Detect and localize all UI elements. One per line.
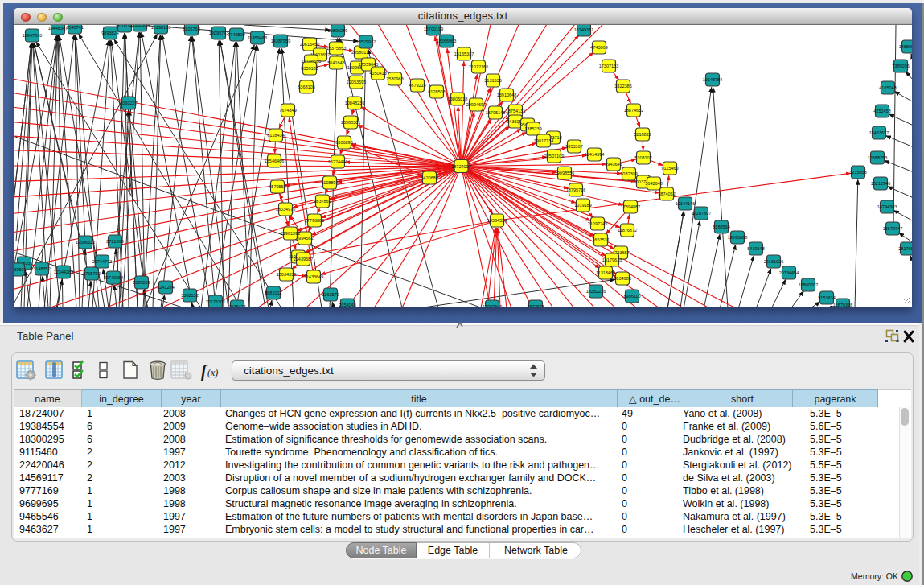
svg-text:22053595: 22053595 (347, 80, 366, 84)
svg-text:3377578: 3377578 (527, 304, 544, 307)
svg-text:15588301: 15588301 (341, 120, 360, 125)
svg-text:4743069: 4743069 (590, 45, 607, 50)
svg-text:20994697: 20994697 (466, 102, 486, 107)
svg-text:7674349: 7674349 (279, 108, 296, 113)
svg-text:16670747: 16670747 (883, 226, 902, 231)
svg-text:21012166: 21012166 (469, 64, 488, 69)
svg-text:12414394: 12414394 (585, 152, 604, 157)
svg-text:6540741: 6540741 (66, 25, 83, 30)
svg-text:3382132: 3382132 (181, 293, 198, 298)
svg-text:14658665: 14658665 (899, 44, 912, 49)
svg-text:18795716: 18795716 (566, 187, 585, 192)
svg-text:8106768: 8106768 (183, 27, 199, 31)
svg-text:19384554: 19384554 (487, 218, 507, 223)
svg-text:19017734: 19017734 (534, 138, 553, 143)
svg-text:8539591: 8539591 (14, 267, 27, 272)
svg-text:1108894: 1108894 (321, 180, 338, 185)
svg-text:18034339: 18034339 (277, 272, 296, 277)
svg-text:8986110: 8986110 (623, 294, 640, 299)
svg-text:3261579: 3261579 (322, 292, 339, 297)
svg-text:6368105: 6368105 (298, 84, 314, 89)
svg-text:11876872: 11876872 (618, 228, 637, 233)
svg-text:20580115: 20580115 (351, 50, 371, 55)
svg-text:18874652: 18874652 (624, 108, 643, 113)
svg-text:8389269: 8389269 (133, 280, 150, 285)
svg-text:2975475: 2975475 (228, 304, 245, 307)
svg-text:19586522: 19586522 (76, 240, 95, 245)
svg-text:19095773: 19095773 (209, 31, 228, 35)
svg-text:11459463: 11459463 (248, 35, 267, 40)
svg-text:1705792: 1705792 (83, 271, 100, 276)
svg-text:21097245: 21097245 (588, 221, 607, 226)
svg-text:18366963: 18366963 (437, 39, 456, 43)
svg-text:20744773: 20744773 (92, 259, 112, 264)
svg-text:20615450: 20615450 (300, 42, 319, 47)
svg-text:10344146: 10344146 (676, 201, 695, 206)
svg-text:10848230: 10848230 (345, 101, 364, 105)
svg-text:9082309: 9082309 (620, 171, 637, 176)
svg-text:13805018: 13805018 (448, 97, 467, 101)
svg-text:18034970: 18034970 (276, 207, 295, 212)
svg-text:(x): (x) (207, 367, 218, 378)
svg-text:13529912: 13529912 (356, 39, 376, 44)
svg-text:7749509: 7749509 (228, 32, 244, 37)
svg-text:22439587: 22439587 (294, 257, 313, 262)
svg-text:6128503: 6128503 (428, 89, 445, 94)
svg-text:21433649: 21433649 (304, 274, 323, 279)
svg-text:1653531: 1653531 (592, 237, 609, 242)
svg-text:16947830: 16947830 (23, 33, 42, 38)
svg-text:22806289: 22806289 (328, 28, 347, 33)
svg-text:4165048: 4165048 (879, 85, 896, 90)
svg-text:7389096: 7389096 (892, 64, 909, 68)
svg-text:16149361: 16149361 (574, 27, 593, 32)
svg-text:6306893: 6306893 (335, 140, 352, 145)
svg-text:4252458: 4252458 (873, 109, 890, 113)
svg-text:6420686: 6420686 (421, 175, 437, 180)
svg-text:10648784: 10648784 (703, 77, 722, 82)
svg-text:16705148: 16705148 (486, 110, 505, 115)
svg-text:17307133: 17307133 (599, 64, 618, 68)
svg-text:21981592: 21981592 (281, 231, 300, 236)
svg-text:14794303: 14794303 (877, 204, 897, 209)
svg-text:17796882: 17796882 (305, 218, 324, 223)
svg-text:13546466: 13546466 (265, 159, 284, 163)
svg-text:17559643: 17559643 (359, 62, 378, 67)
svg-text:6994562: 6994562 (296, 236, 313, 241)
svg-text:15165337: 15165337 (454, 51, 474, 56)
svg-text:5060227: 5060227 (120, 101, 137, 105)
svg-text:15700199: 15700199 (424, 27, 443, 31)
svg-text:5439648: 5439648 (747, 246, 764, 251)
svg-text:9837869: 9837869 (314, 199, 331, 204)
svg-text:8188594: 8188594 (713, 225, 729, 229)
svg-text:9953167: 9953167 (565, 144, 582, 149)
svg-text:2943646: 2943646 (605, 162, 622, 167)
svg-text:22176301: 22176301 (206, 299, 225, 304)
svg-text:16860207: 16860207 (799, 282, 818, 287)
svg-text:3148352: 3148352 (33, 266, 50, 271)
svg-text:1241284: 1241284 (157, 285, 174, 290)
svg-text:14387959: 14387959 (271, 39, 290, 43)
svg-text:12888253: 12888253 (868, 155, 887, 160)
svg-text:5641643: 5641643 (327, 60, 344, 65)
svg-text:8721369: 8721369 (106, 239, 123, 244)
svg-text:4570554: 4570554 (269, 184, 285, 189)
svg-text:22507109: 22507109 (544, 154, 564, 159)
svg-text:2054043: 2054043 (339, 303, 355, 307)
svg-text:18252216: 18252216 (586, 289, 606, 294)
svg-text:15198153: 15198153 (151, 25, 170, 30)
svg-text:3131636: 3131636 (484, 78, 501, 83)
svg-text:3322386: 3322386 (614, 84, 631, 89)
svg-text:11318461: 11318461 (596, 270, 615, 275)
svg-text:2817683: 2817683 (898, 246, 912, 251)
svg-text:15375853: 15375853 (326, 46, 346, 51)
svg-text:18724007: 18724007 (451, 164, 470, 169)
svg-text:4050413: 4050413 (369, 71, 386, 76)
svg-text:1019189: 1019189 (574, 203, 591, 208)
svg-text:18754131: 18754131 (506, 109, 525, 113)
svg-text:19448347: 19448347 (48, 26, 68, 31)
svg-text:3874052: 3874052 (658, 192, 675, 196)
svg-text:8682011: 8682011 (265, 290, 281, 295)
svg-text:12344269: 12344269 (54, 270, 73, 274)
svg-text:21353914: 21353914 (130, 25, 150, 27)
svg-text:9893824: 9893824 (101, 31, 118, 35)
